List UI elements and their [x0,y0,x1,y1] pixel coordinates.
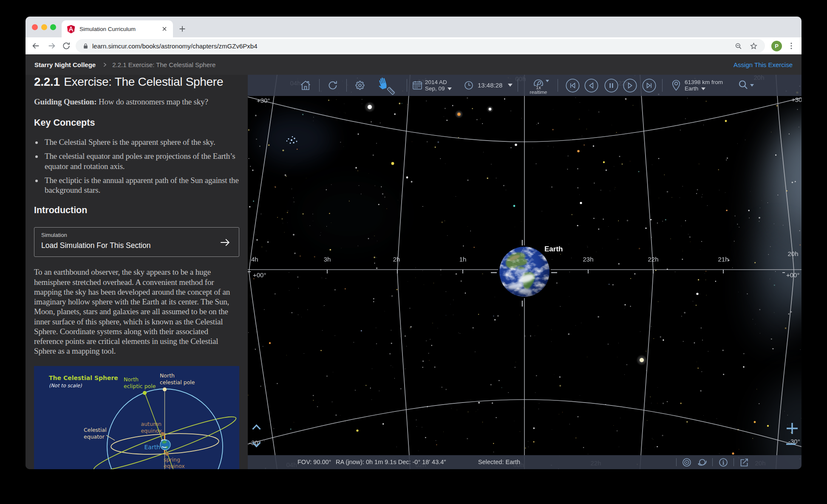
grid-label: 2h [393,256,400,263]
location-caret-icon [701,87,705,90]
skip-to-start-icon[interactable] [566,79,580,93]
avatar[interactable]: P [771,41,782,51]
search-caret-icon[interactable] [750,84,754,87]
url-text: learn.simcur.com/books/astronomy/chapter… [92,42,734,50]
location-pin-icon[interactable] [670,79,682,92]
home-icon[interactable] [300,79,312,91]
forward-button[interactable] [47,41,57,51]
url-field[interactable]: learn.simcur.com/books/astronomy/chapter… [76,39,765,53]
pause-icon[interactable] [604,79,618,93]
skip-to-end-icon[interactable] [642,79,656,93]
simulation-card-label: Simulation [41,232,232,238]
browser-tab[interactable]: Simulation Curriculum [62,20,173,37]
favicon-angular-icon [67,25,75,34]
fov-value: FOV: 90.00° [297,459,331,465]
svg-text:Earth: Earth [144,444,160,451]
calendar-icon[interactable] [412,80,423,91]
search-icon[interactable] [737,79,749,91]
grid-label: 21h [718,256,728,263]
screen: Simulation Curriculum learn.simcur.com/b… [0,0,827,504]
toolbar-divider [662,79,663,92]
guiding-question: Guiding Question: How do astronomers map… [34,96,239,107]
breadcrumb-root[interactable]: Starry Night College [34,61,96,68]
step-back-icon[interactable] [584,79,598,93]
svg-text:(Not to scale): (Not to scale) [49,383,82,389]
viewer-location-distance: 61398 km from [685,79,723,85]
minimize-window-button[interactable] [41,24,47,30]
address-bar: learn.simcur.com/books/astronomy/chapter… [25,37,802,54]
pan-down-chevron-icon[interactable] [252,442,261,448]
svg-text:equinox: equinox [141,428,162,434]
simulation-panel[interactable]: 4h3h2h1h23h22h21h20h04h02h00h22h20h04h02… [248,75,802,469]
zoom-out-minus-icon[interactable] [786,443,796,445]
grid-label: 1h [459,256,467,263]
sim-status-bar: FOV: 90.00° RA (jnow): 0h 1m 9.1s Dec: -… [248,455,802,469]
pan-up-chevron-icon[interactable] [252,424,261,430]
assign-exercise-link[interactable]: Assign This Exercise [734,61,793,68]
rate-caret-icon[interactable] [546,80,549,82]
bookmark-star-icon[interactable] [750,42,758,50]
tab-title: Simulation Curriculum [79,26,161,32]
time-rate[interactable]: 1x realtime [521,85,555,95]
time-rate-unit: realtime [521,90,555,95]
content: 2.2.1 Exercise: The Celestial Sphere Gui… [25,75,802,469]
svg-text:autumn: autumn [141,421,161,427]
sim-time[interactable]: 13:48:28 [478,82,502,88]
grid-label: +00° [786,271,799,279]
sim-date[interactable]: 2014 AD Sep, 09 [425,79,452,92]
back-button[interactable] [31,41,40,51]
arrow-right-icon [219,237,230,248]
breadcrumb-current: 2.2.1 Exercise: The Celestial Sphere [112,61,215,68]
sim-toolbar: 2014 AD Sep, 09 13:48:28 1x [248,75,802,96]
date-caret-icon [447,87,452,90]
earth[interactable] [498,245,551,298]
key-concept-item: The celestial equator and poles are proj… [43,151,239,171]
svg-text:Celestial: Celestial [84,427,107,433]
grid-label: +30° [791,96,802,103]
svg-text:The Celestial Sphere: The Celestial Sphere [49,374,118,381]
sim-date-era: 2014 AD [425,79,452,85]
statusbar-divider [734,458,734,466]
grid-label: 20h [787,250,798,257]
measure-ruler-icon[interactable] [385,85,397,96]
earth-label: Earth [544,245,563,253]
toolbar-divider [407,79,407,92]
browser-menu-icon[interactable] [787,41,796,51]
center-target-icon[interactable] [682,457,692,467]
chevron-right-icon [102,62,108,68]
svg-text:North: North [124,376,139,383]
refresh-icon[interactable] [327,80,338,91]
celestial-sphere-diagram: The Celestial Sphere (Not to scale) Nort… [34,366,239,469]
guiding-question-label: Guiding Question: [34,97,96,106]
svg-text:celestial pole: celestial pole [160,379,195,386]
toolbar-divider [558,79,558,92]
info-icon[interactable] [718,457,728,467]
page-title: 2.2.1 Exercise: The Celestial Sphere [34,75,239,89]
zoom-out-icon[interactable] [734,42,742,50]
fullscreen-window-button[interactable] [50,24,56,30]
load-simulation-card[interactable]: Simulation Load Simulation For This Sect… [34,227,239,257]
zoom-in-plus-icon[interactable] [786,422,799,435]
page-title-number: 2.2.1 [34,75,60,88]
svg-text:equinox: equinox [164,463,185,469]
toolbar-divider [319,79,320,92]
tab-close-icon[interactable] [161,25,168,32]
open-external-icon[interactable] [739,457,749,467]
introduction-heading: Introduction [34,205,239,216]
statusbar-divider [676,458,677,466]
viewer-location[interactable]: 61398 km from Earth [685,79,723,92]
page-title-text: Exercise: The Celestial Sphere [61,75,223,88]
play-icon[interactable] [623,79,637,93]
clock-icon[interactable] [464,80,474,90]
toolbar-divider [518,79,518,92]
orbit-icon[interactable] [697,457,707,467]
new-tab-button[interactable] [178,24,187,34]
lesson-panel: 2.2.1 Exercise: The Celestial Sphere Gui… [25,75,248,469]
time-dropdown-caret-icon[interactable] [508,84,513,87]
close-window-button[interactable] [32,24,38,30]
star-field: 4h3h2h1h23h22h21h20h04h02h00h22h20h04h02… [248,75,802,469]
svg-text:equator: equator [84,434,105,440]
reload-button[interactable] [62,41,71,51]
statusbar-divider [712,458,713,466]
settings-gear-icon[interactable] [354,79,366,91]
